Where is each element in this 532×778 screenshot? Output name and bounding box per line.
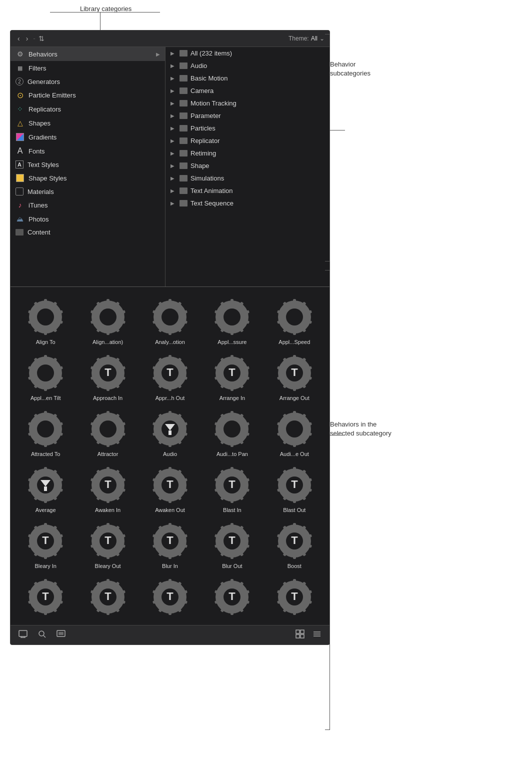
behavior-item-17[interactable]: TAwaken Out	[141, 463, 199, 515]
cat-arrow-basic-motion: ▶	[170, 76, 174, 81]
behavior-item-2[interactable]: Analy...otion	[141, 295, 199, 347]
behavior-item-4[interactable]: Appl...Speed	[266, 295, 324, 347]
behavior-item-14[interactable]: Audi...e Out	[266, 407, 324, 459]
behavior-item-0[interactable]: Align To	[16, 295, 74, 347]
behavior-item-29[interactable]: T	[266, 575, 324, 621]
behavior-label-11: Attractor	[98, 451, 118, 457]
gear-icon-20: T	[26, 521, 66, 561]
behavior-item-10[interactable]: Attracted To	[16, 407, 74, 459]
gear-icon-18: T	[212, 465, 252, 505]
content-icon	[16, 229, 24, 236]
behavior-item-28[interactable]: T	[203, 575, 261, 621]
nav-up-down[interactable]: ⇅	[38, 34, 44, 42]
import-button[interactable]	[16, 628, 30, 642]
category-shape[interactable]: ▶ Shape	[166, 160, 330, 172]
behavior-item-7[interactable]: TAppr...h Out	[141, 351, 199, 403]
category-all[interactable]: ▶ All (232 items)	[166, 47, 330, 60]
gear-icon-15	[26, 465, 66, 505]
behavior-item-24[interactable]: TBoost	[266, 519, 324, 571]
gear-icon-6: T	[88, 353, 128, 393]
sidebar-item-shape-styles[interactable]: Shape Styles	[10, 171, 165, 185]
sidebar-item-content[interactable]: Content	[10, 226, 165, 238]
svg-point-171	[224, 420, 240, 438]
particle-emitters-icon: ⊙	[16, 90, 24, 100]
behavior-item-20[interactable]: TBleary In	[16, 519, 74, 571]
category-label-simulations: Simulations	[190, 174, 224, 182]
behavior-item-11[interactable]: Attractor	[78, 407, 136, 459]
svg-text:T: T	[229, 590, 236, 602]
category-label-audio: Audio	[190, 62, 207, 70]
category-text-animation[interactable]: ▶ Text Animation	[166, 184, 330, 197]
sidebar-item-fonts[interactable]: A Fonts	[10, 144, 165, 158]
theme-selector[interactable]: Theme: All ⌄	[288, 35, 324, 42]
category-motion-tracking[interactable]: ▶ Motion Tracking	[166, 97, 330, 110]
behavior-item-27[interactable]: T	[141, 575, 199, 621]
category-simulations[interactable]: ▶ Simulations	[166, 172, 330, 184]
category-particles[interactable]: ▶ Particles	[166, 122, 330, 134]
svg-point-135	[37, 420, 54, 438]
behavior-label-3: Appl...ssure	[218, 339, 246, 345]
sidebar-item-shapes[interactable]: △ Shapes	[10, 116, 165, 130]
category-text-sequence[interactable]: ▶ Text Sequence	[166, 197, 330, 210]
behavior-item-5[interactable]: Appl...en Tilt	[16, 351, 74, 403]
itunes-icon: ♪	[16, 200, 24, 210]
behavior-item-25[interactable]: T	[16, 575, 74, 621]
behavior-item-26[interactable]: T	[78, 575, 136, 621]
preview-button[interactable]	[54, 628, 68, 642]
category-folder-camera	[180, 88, 188, 94]
photos-icon: ⛰	[16, 214, 24, 224]
svg-point-379	[39, 631, 44, 636]
category-camera[interactable]: ▶ Camera	[166, 84, 330, 97]
search-button[interactable]	[36, 628, 48, 642]
sidebar-item-gradients[interactable]: Gradients	[10, 130, 165, 144]
forward-button[interactable]: ›	[24, 34, 30, 44]
behavior-item-13[interactable]: Audi...to Pan	[203, 407, 261, 459]
sidebar-item-generators[interactable]: 2 Generators	[10, 75, 165, 88]
grid-view-button[interactable]	[294, 628, 306, 642]
category-basic-motion[interactable]: ▶ Basic Motion	[166, 72, 330, 84]
category-folder-audio	[180, 62, 188, 69]
category-parameter[interactable]: ▶ Parameter	[166, 110, 330, 122]
svg-point-183	[286, 420, 303, 438]
sidebar-label-itunes: iTunes	[28, 202, 160, 209]
behavior-item-18[interactable]: TBlast In	[203, 463, 261, 515]
gear-icon-13	[212, 409, 252, 449]
gear-icon-28: T	[212, 577, 252, 617]
behavior-item-1[interactable]: Align...ation)	[78, 295, 136, 347]
sidebar-item-photos[interactable]: ⛰ Photos	[10, 212, 165, 226]
sidebar-item-behaviors[interactable]: ⚙ Behaviors ▶	[10, 47, 165, 61]
back-button[interactable]: ‹	[16, 34, 22, 44]
svg-line-380	[44, 636, 46, 638]
sidebar-item-particle-emitters[interactable]: ⊙ Particle Emitters	[10, 88, 165, 102]
behavior-item-22[interactable]: TBlur In	[141, 519, 199, 571]
behavior-item-6[interactable]: TApproach In	[78, 351, 136, 403]
sidebar-item-materials[interactable]: Materials	[10, 185, 165, 198]
cat-arrow-camera: ▶	[170, 88, 174, 94]
split-layout: ⚙ Behaviors ▶ ▦ Filters 2 Generators ⊙ P…	[10, 47, 330, 287]
bottom-toolbar	[10, 625, 330, 644]
behavior-label-7: Appr...h Out	[156, 395, 185, 401]
category-replicator[interactable]: ▶ Replicator	[166, 134, 330, 147]
behavior-item-9[interactable]: TArrange Out	[266, 351, 324, 403]
behavior-item-3[interactable]: Appl...ssure	[203, 295, 261, 347]
left-sidebar: ⚙ Behaviors ▶ ▦ Filters 2 Generators ⊙ P…	[10, 47, 166, 286]
sidebar-item-text-styles[interactable]: A Text Styles	[10, 158, 165, 171]
sidebar-item-replicators[interactable]: ⁘ Replicators	[10, 102, 165, 116]
behavior-label-23: Blur Out	[222, 563, 242, 569]
behavior-item-15[interactable]: Average	[16, 463, 74, 515]
behavior-label-14: Audi...e Out	[280, 451, 309, 457]
behavior-item-12[interactable]: Audio	[141, 407, 199, 459]
sidebar-item-itunes[interactable]: ♪ iTunes	[10, 198, 165, 212]
list-view-button[interactable]	[310, 628, 324, 642]
behavior-item-23[interactable]: TBlur Out	[203, 519, 261, 571]
behavior-label-6: Approach In	[93, 395, 122, 401]
sidebar-item-filters[interactable]: ▦ Filters	[10, 61, 165, 75]
behavior-item-8[interactable]: TArrange In	[203, 351, 261, 403]
category-retiming[interactable]: ▶ Retiming	[166, 147, 330, 160]
theme-label: Theme:	[288, 35, 309, 42]
behavior-item-21[interactable]: TBleary Out	[78, 519, 136, 571]
category-audio[interactable]: ▶ Audio	[166, 60, 330, 72]
behavior-item-16[interactable]: TAwaken In	[78, 463, 136, 515]
sidebar-label-shape-styles: Shape Styles	[28, 174, 160, 182]
behavior-item-19[interactable]: TBlast Out	[266, 463, 324, 515]
